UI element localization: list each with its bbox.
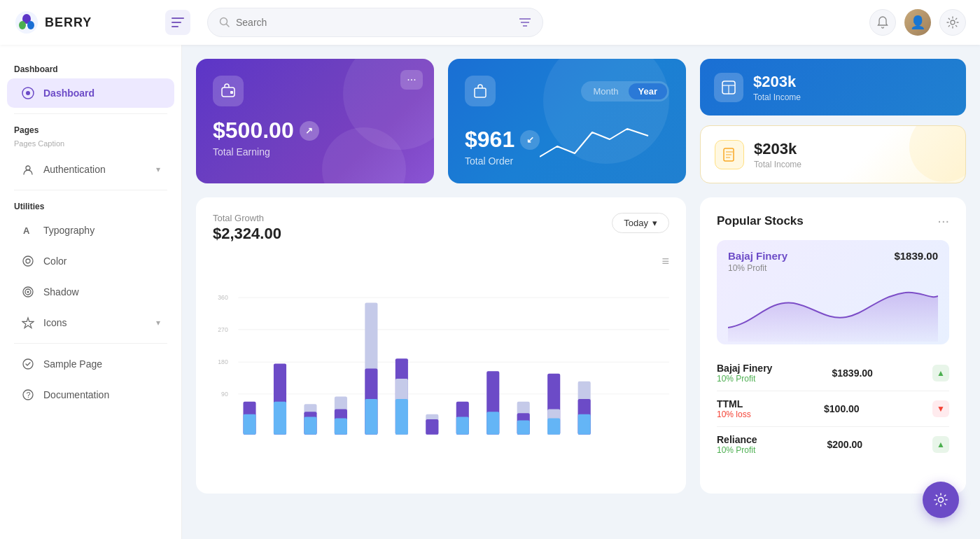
svg-point-15 [26, 166, 30, 170]
ttml-trend-badge: ▼ [932, 400, 949, 417]
growth-header: Total Growth $2,324.00 Today ▾ [213, 213, 669, 243]
shadow-icon [21, 285, 35, 299]
svg-text:A: A [23, 225, 30, 236]
total-earning-card: ··· $500.00 ↗ Total Earning [196, 59, 434, 183]
sidebar-divider-2 [14, 190, 167, 190]
order-toggle: Month Year [581, 81, 669, 102]
earning-more-button[interactable]: ··· [400, 70, 423, 90]
order-label: Total Order [465, 155, 540, 167]
svg-rect-60 [426, 419, 438, 435]
reliance-row-sub: 10% Profit [717, 445, 757, 455]
hamburger-button[interactable] [165, 10, 190, 35]
svg-rect-26 [230, 91, 233, 94]
growth-amount: $2,324.00 [213, 225, 281, 243]
income-yellow-card: $203k Total Income [700, 125, 966, 183]
svg-point-74 [939, 498, 944, 503]
top-cards: ··· $500.00 ↗ Total Earning [196, 59, 966, 183]
fab-settings-button[interactable] [923, 482, 959, 518]
icons-chevron: ▾ [156, 318, 160, 328]
svg-rect-64 [486, 412, 499, 435]
svg-point-21 [27, 291, 29, 293]
stocks-more-button[interactable]: ··· [937, 213, 949, 229]
income-blue-icon [714, 73, 743, 102]
earning-label: Total Earning [213, 146, 417, 158]
bajaj-row-name: Bajaj Finery [717, 363, 772, 374]
earning-icon-badge [213, 76, 244, 106]
notification-button[interactable] [869, 9, 896, 36]
order-amount: $961 ↙ [465, 127, 540, 153]
today-filter-button[interactable]: Today ▾ [612, 213, 669, 233]
sidebar-item-documentation[interactable]: ? Documentation [7, 380, 174, 410]
documentation-icon: ? [21, 388, 35, 402]
typography-label: Typography [43, 225, 160, 236]
svg-rect-44 [243, 414, 255, 435]
dashboard-label: Dashboard [43, 88, 160, 99]
svg-point-2 [19, 21, 26, 29]
reliance-row-price: $200.00 [827, 439, 862, 450]
sidebar-item-shadow[interactable]: Shadow [7, 277, 174, 307]
bajaj-row-price: $1839.00 [832, 368, 872, 379]
svg-rect-5 [172, 22, 181, 23]
svg-rect-62 [456, 416, 469, 434]
order-mini-chart [540, 115, 669, 167]
sidebar-item-color[interactable]: Color [7, 246, 174, 276]
search-input[interactable] [236, 17, 513, 28]
logo-area: BERRY [14, 10, 154, 35]
filter-icon [519, 17, 531, 28]
sidebar-item-icons[interactable]: Icons ▾ [7, 308, 174, 337]
svg-text:180: 180 [218, 358, 228, 365]
sidebar-item-sample-page[interactable]: Sample Page [7, 349, 174, 379]
wallet-icon [220, 83, 236, 99]
year-pill[interactable]: Year [629, 83, 667, 99]
bag-icon [472, 83, 488, 99]
sample-page-label: Sample Page [43, 358, 160, 370]
bell-icon [876, 16, 889, 29]
income-blue-label: Total Income [753, 92, 801, 102]
order-icon-badge [465, 76, 496, 106]
svg-text:?: ? [27, 391, 31, 399]
sidebar-item-authentication[interactable]: Authentication ▾ [7, 155, 174, 184]
sample-page-icon [21, 357, 35, 371]
month-pill[interactable]: Month [583, 83, 628, 99]
sidebar-item-dashboard[interactable]: Dashboard [7, 78, 174, 108]
svg-rect-58 [396, 399, 408, 435]
sidebar-divider-3 [14, 343, 167, 344]
ttml-row-price: $100.00 [824, 403, 860, 414]
search-filter-button[interactable] [519, 17, 531, 28]
sidebar-section-utilities: Utilities [0, 196, 181, 214]
color-icon [21, 254, 35, 268]
svg-text:270: 270 [218, 326, 228, 333]
settings-button[interactable] [939, 9, 966, 36]
svg-rect-6 [172, 26, 178, 27]
order-card-bottom: $961 ↙ Total Order [465, 115, 669, 167]
popular-stocks-card: Popular Stocks ··· Bajaj Finery $1839.00… [700, 197, 966, 493]
order-trend-badge: ↙ [520, 130, 540, 150]
growth-info: Total Growth $2,324.00 [213, 213, 281, 243]
chart-area: ≡ 360 270 180 90 [213, 254, 669, 478]
svg-rect-52 [335, 419, 347, 435]
svg-rect-49 [304, 416, 316, 434]
bajaj-trend-badge: ▲ [932, 365, 949, 382]
svg-rect-70 [547, 419, 560, 435]
ttml-row-sub: 10% loss [717, 410, 751, 419]
sidebar-item-typography[interactable]: A Typography [7, 216, 174, 245]
right-panel: $203k Total Income $203k [700, 59, 966, 183]
shadow-label: Shadow [43, 286, 160, 298]
total-order-card: Month Year $961 ↙ Total Order [448, 59, 686, 183]
svg-point-22 [23, 359, 33, 369]
svg-point-18 [26, 259, 30, 263]
svg-point-14 [26, 91, 30, 95]
avatar[interactable]: 👤 [904, 9, 931, 36]
table-icon [721, 80, 736, 95]
chart-menu-icon[interactable]: ≡ [662, 254, 669, 269]
svg-rect-67 [517, 421, 530, 435]
growth-title: Total Growth [213, 213, 281, 223]
dashboard-icon [21, 86, 35, 100]
sidebar-pages-caption: Pages Caption [0, 138, 181, 153]
svg-point-17 [23, 256, 33, 266]
sidebar-section-pages: Pages [0, 120, 181, 138]
ttml-info: TTML 10% loss [717, 398, 751, 419]
typography-icon: A [21, 223, 35, 237]
stock-row-bajaj: Bajaj Finery 10% Profit $1839.00 ▲ [717, 356, 949, 391]
authentication-label: Authentication [43, 164, 148, 175]
